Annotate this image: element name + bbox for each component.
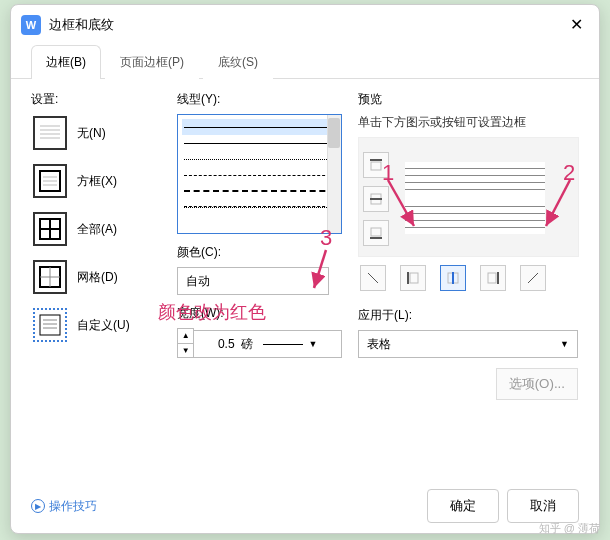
edge-top-button[interactable] <box>363 152 389 178</box>
dialog: W 边框和底纹 ✕ 边框(B) 页面边框(P) 底纹(S) 设置: 无(N) 方… <box>10 4 600 534</box>
linetype-scrollbar[interactable] <box>327 115 341 233</box>
titlebar: W 边框和底纹 ✕ <box>11 5 599 44</box>
cancel-button[interactable]: 取消 <box>507 489 579 523</box>
color-label: 颜色(C): <box>177 244 342 261</box>
edge-left-button[interactable] <box>400 265 426 291</box>
tab-page-border[interactable]: 页面边框(P) <box>105 45 199 79</box>
preview-hint: 单击下方图示或按钮可设置边框 <box>358 114 579 131</box>
chevron-down-icon: ▼ <box>309 339 318 349</box>
edge-hmid-button[interactable] <box>363 186 389 212</box>
content: 设置: 无(N) 方框(X) 全部(A) 网格(D) <box>11 79 599 400</box>
setting-custom[interactable]: 自定义(U) <box>31 306 161 344</box>
setting-label: 无(N) <box>77 125 106 142</box>
window-title: 边框和底纹 <box>49 16 564 34</box>
custom-icon <box>33 308 67 342</box>
edge-bottom-button[interactable] <box>363 220 389 246</box>
linetype-label: 线型(Y): <box>177 91 342 108</box>
width-spinner[interactable]: ▲▼ <box>177 328 194 358</box>
edge-vmid-button[interactable] <box>440 265 466 291</box>
edge-diag-up-button[interactable] <box>520 265 546 291</box>
close-button[interactable]: ✕ <box>564 13 589 36</box>
settings-label: 设置: <box>31 91 161 108</box>
svg-rect-19 <box>371 162 381 170</box>
settings-column: 设置: 无(N) 方框(X) 全部(A) 网格(D) <box>31 91 161 400</box>
tips-label: 操作技巧 <box>49 498 97 515</box>
ok-button[interactable]: 确定 <box>427 489 499 523</box>
options-button[interactable]: 选项(O)... <box>496 368 578 400</box>
app-icon: W <box>21 15 41 35</box>
none-icon <box>33 116 67 150</box>
watermark: 知乎 @ 薄荷 <box>539 521 600 536</box>
grid-icon <box>33 260 67 294</box>
color-value: 自动 <box>186 273 210 290</box>
chevron-down-icon: ▼ <box>560 339 569 349</box>
preview-column: 预览 单击下方图示或按钮可设置边框 <box>358 91 579 400</box>
tab-borders[interactable]: 边框(B) <box>31 45 101 79</box>
setting-box[interactable]: 方框(X) <box>31 162 161 200</box>
apply-value: 表格 <box>367 336 391 353</box>
color-dropdown[interactable]: 自动 ▼ <box>177 267 329 295</box>
preview-label: 预览 <box>358 91 579 108</box>
setting-label: 自定义(U) <box>77 317 130 334</box>
edge-diag-down-button[interactable] <box>360 265 386 291</box>
play-icon: ▶ <box>31 499 45 513</box>
svg-rect-22 <box>371 228 381 236</box>
width-unit: 磅 <box>241 336 253 353</box>
setting-all[interactable]: 全部(A) <box>31 210 161 248</box>
svg-line-31 <box>528 273 538 283</box>
tab-bar: 边框(B) 页面边框(P) 底纹(S) <box>11 44 599 79</box>
svg-rect-14 <box>40 315 60 335</box>
edge-right-button[interactable] <box>480 265 506 291</box>
footer: ▶ 操作技巧 确定 取消 <box>31 489 579 523</box>
svg-rect-29 <box>488 273 496 283</box>
tab-shading[interactable]: 底纹(S) <box>203 45 273 79</box>
preview-area[interactable] <box>358 137 579 257</box>
width-dropdown[interactable]: 0.5 磅 ▼ <box>194 330 342 358</box>
apply-dropdown[interactable]: 表格 ▼ <box>358 330 578 358</box>
setting-grid[interactable]: 网格(D) <box>31 258 161 296</box>
box-icon <box>33 164 67 198</box>
all-icon <box>33 212 67 246</box>
setting-label: 网格(D) <box>77 269 118 286</box>
width-value: 0.5 <box>218 337 235 351</box>
tips-link[interactable]: ▶ 操作技巧 <box>31 498 97 515</box>
width-label: 宽度(W): <box>177 305 342 322</box>
linetype-list[interactable] <box>177 114 342 234</box>
setting-label: 全部(A) <box>77 221 117 238</box>
preview-sample <box>405 162 545 234</box>
setting-label: 方框(X) <box>77 173 117 190</box>
style-column: 线型(Y): 颜色(C): 自动 ▼ 宽度(W): ▲▼ 0.5 磅 <box>177 91 342 400</box>
svg-line-24 <box>368 273 378 283</box>
setting-none[interactable]: 无(N) <box>31 114 161 152</box>
apply-label: 应用于(L): <box>358 307 579 324</box>
chevron-down-icon: ▼ <box>311 276 320 286</box>
svg-rect-26 <box>410 273 418 283</box>
